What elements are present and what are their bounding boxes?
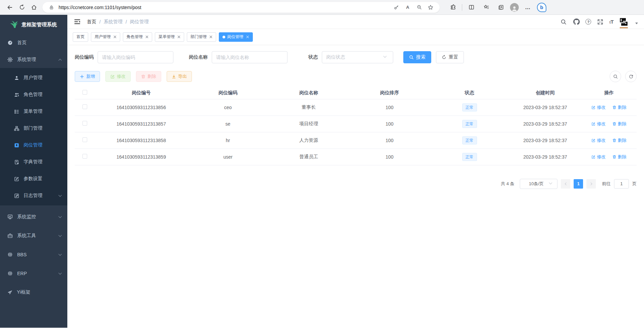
sidebar-item-users[interactable]: 用户管理 — [0, 69, 67, 86]
sidebar-fold-icon[interactable] — [73, 18, 81, 26]
goto-page-input[interactable] — [614, 179, 629, 189]
url-text[interactable]: https://ccnetcore.com:1101/system/post — [59, 5, 389, 10]
sidebar-item-menus[interactable]: 菜单管理 — [0, 103, 67, 120]
collections-icon[interactable] — [495, 2, 507, 13]
refresh-table-button[interactable] — [625, 71, 637, 82]
tab-users[interactable]: 用户管理 — [91, 32, 120, 42]
zoom-out-icon[interactable] — [415, 3, 423, 12]
row-edit-link[interactable]: 修改 — [591, 121, 606, 127]
post-name-input[interactable] — [212, 51, 287, 63]
row-edit-link[interactable]: 修改 — [591, 154, 606, 160]
tab-roles[interactable]: 角色管理 — [123, 32, 152, 42]
sidebar-item-departments[interactable]: 部门管理 — [0, 120, 67, 137]
page-unit-label: 页 — [632, 181, 637, 187]
profile-avatar[interactable] — [510, 3, 519, 12]
lock-icon — [47, 3, 56, 12]
cell-post-name: 董事长 — [268, 99, 349, 116]
search-button[interactable]: 搜索 — [403, 51, 431, 63]
fullscreen-icon[interactable] — [597, 18, 604, 26]
row-delete-link[interactable]: 删除 — [612, 137, 626, 143]
row-edit-link[interactable]: 修改 — [591, 104, 606, 110]
export-button-label: 导出 — [178, 73, 187, 79]
breadcrumb-system[interactable]: 系统管理 — [104, 19, 123, 25]
sidebar-item-erp[interactable]: ERP — [0, 264, 67, 283]
row-delete-label: 删除 — [618, 154, 626, 160]
chevron-up-icon — [59, 59, 62, 62]
browser-actions: … b — [447, 2, 546, 13]
tab-menus[interactable]: 菜单管理 — [155, 32, 184, 42]
back-icon[interactable] — [4, 2, 15, 13]
home-icon[interactable] — [28, 2, 40, 13]
sidebar-groups: 系统监控 系统工具 BBS ERP — [0, 207, 67, 302]
delete-button[interactable]: 删除 — [136, 71, 161, 82]
tab-posts-active[interactable]: 岗位管理 — [219, 32, 253, 42]
goto-label: 前往 — [602, 181, 611, 187]
row-checkbox[interactable] — [82, 154, 87, 159]
sidebar-item-label: 系统监控 — [17, 214, 55, 220]
add-button[interactable]: 新增 — [75, 71, 100, 82]
edit-button[interactable]: 修改 — [105, 71, 131, 82]
close-icon[interactable] — [145, 35, 148, 38]
cell-post-sort: 100 — [349, 116, 430, 132]
row-delete-link[interactable]: 删除 — [612, 104, 626, 110]
more-menu-icon[interactable]: … — [522, 2, 534, 13]
system-mgmt-submenu: 用户管理 角色管理 菜单管理 部门管理 — [0, 68, 67, 205]
search-icon[interactable] — [560, 18, 567, 26]
user-avatar-logo[interactable] — [619, 17, 629, 27]
current-page-button[interactable]: 1 — [574, 179, 583, 189]
refresh-icon[interactable] — [16, 2, 28, 13]
close-icon[interactable] — [209, 35, 212, 38]
sidebar-item-bbs[interactable]: BBS — [0, 245, 67, 264]
copilot-icon[interactable]: b — [537, 3, 546, 12]
select-all-checkbox[interactable] — [82, 90, 87, 95]
column-created: 创建时间 — [509, 87, 581, 99]
cell-post-code: user — [188, 149, 268, 165]
prev-page-button[interactable] — [561, 179, 570, 189]
tab-home[interactable]: 首页 — [73, 32, 88, 42]
help-icon[interactable]: ? — [585, 19, 591, 25]
dictionary-icon — [14, 160, 19, 165]
toggle-search-button[interactable] — [610, 71, 621, 82]
sidebar-item-posts[interactable]: 岗位管理 — [0, 137, 67, 154]
column-post-name: 岗位名称 — [268, 87, 349, 99]
breadcrumb-home[interactable]: 首页 — [87, 19, 96, 25]
close-icon[interactable] — [246, 35, 249, 38]
password-key-icon[interactable] — [392, 3, 401, 12]
sidebar-item-tools[interactable]: 系统工具 — [0, 226, 67, 245]
page-size-select[interactable]: 10条/页 — [520, 179, 557, 189]
github-icon[interactable] — [573, 18, 580, 26]
split-screen-icon[interactable] — [466, 2, 477, 13]
gear-icon — [7, 57, 13, 62]
row-checkbox[interactable] — [82, 104, 87, 109]
font-size-icon[interactable]: tT — [609, 19, 614, 25]
next-page-button[interactable] — [586, 179, 596, 189]
close-icon[interactable] — [113, 35, 116, 38]
address-bar[interactable]: https://ccnetcore.com:1101/system/post A — [42, 2, 440, 13]
table-row: 1641030593112313856 ceo 董事长 100 正常 2023-… — [75, 99, 637, 116]
read-aloud-icon[interactable]: A — [403, 3, 412, 12]
sidebar-item-home[interactable]: 首页 — [0, 34, 67, 51]
status-badge: 正常 — [462, 103, 477, 111]
close-icon[interactable] — [177, 35, 180, 38]
row-checkbox[interactable] — [82, 137, 87, 142]
sidebar-item-roles[interactable]: 角色管理 — [0, 86, 67, 103]
row-delete-link[interactable]: 删除 — [612, 154, 626, 160]
favorites-icon[interactable] — [480, 2, 492, 13]
row-edit-link[interactable]: 修改 — [591, 137, 606, 143]
tab-departments[interactable]: 部门管理 — [187, 32, 216, 42]
row-delete-link[interactable]: 删除 — [612, 121, 626, 127]
post-code-input[interactable] — [98, 51, 173, 63]
sidebar-item-params[interactable]: 参数设置 — [0, 170, 67, 187]
sidebar-item-dicts[interactable]: 字典管理 — [0, 154, 67, 170]
sidebar-item-monitor[interactable]: 系统监控 — [0, 207, 67, 226]
sidebar-item-yi-framework[interactable]: Yi框架 — [0, 283, 67, 302]
sidebar-item-system-mgmt[interactable]: 系统管理 — [0, 51, 67, 68]
extensions-icon[interactable] — [447, 2, 459, 13]
reset-button[interactable]: 重置 — [436, 51, 464, 63]
sidebar-item-logs[interactable]: 日志管理 — [0, 187, 67, 204]
caret-down-icon[interactable] — [635, 23, 638, 24]
row-checkbox[interactable] — [82, 121, 87, 126]
add-favorite-icon[interactable] — [426, 3, 435, 12]
status-select[interactable]: 岗位状态 — [322, 51, 393, 63]
export-button[interactable]: 导出 — [167, 71, 192, 82]
